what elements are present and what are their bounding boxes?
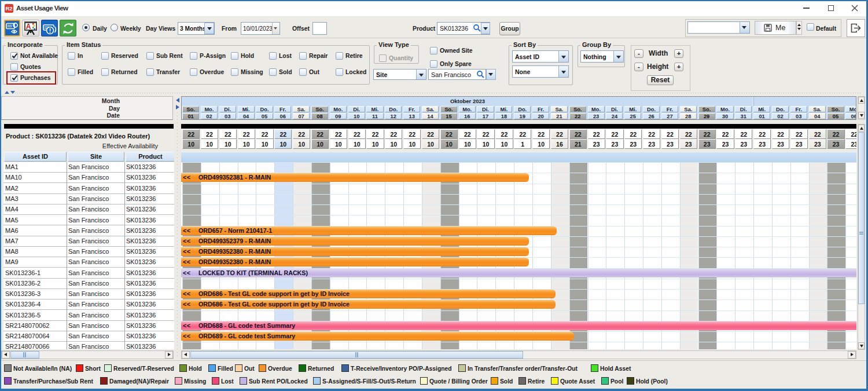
svg-text:A: A xyxy=(26,23,31,31)
svg-text:!: ! xyxy=(49,27,52,34)
